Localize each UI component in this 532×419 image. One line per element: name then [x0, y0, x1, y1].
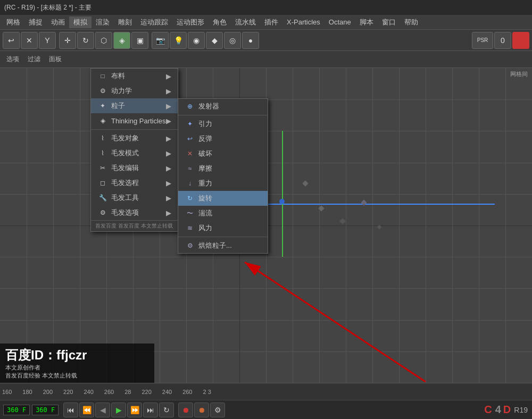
submenu-arrow-dynamics: ▶	[166, 87, 171, 95]
menu-item-thinking[interactable]: ◈ Thinking Particles ▶	[91, 113, 178, 128]
toolbar-btn-x[interactable]: ✕	[21, 32, 38, 49]
frame-total[interactable]: 360 F	[32, 405, 59, 415]
menu-animate[interactable]: 动画	[47, 16, 69, 28]
tick-180: 180	[22, 389, 32, 395]
menu-xparticles[interactable]: X-Particles	[282, 17, 325, 27]
menu-mograph[interactable]: 运动图形	[172, 16, 209, 28]
submenu-arrow-hairobj: ▶	[166, 135, 171, 143]
toolbar2-filter[interactable]: 过滤	[23, 54, 45, 65]
toolbar2-select[interactable]: 选项	[2, 54, 23, 65]
menu-item-particles[interactable]: ✦ 粒子 ▶	[91, 98, 178, 113]
tick-200: 200	[43, 389, 53, 395]
menu-item-hairopt[interactable]: ⚙ 毛发选项 ▶	[91, 205, 178, 220]
timeline: 160 180 200 220 240 260 28 220 240 260 2…	[0, 383, 532, 400]
toolbar-btn-camera[interactable]: 📷	[152, 32, 169, 49]
menu-simulate[interactable]: 模拟	[69, 16, 92, 28]
menu-window[interactable]: 窗口	[378, 16, 400, 28]
menu-item-hairedit[interactable]: ✂ 毛发编辑 ▶	[91, 161, 178, 175]
menu-item-hairtool[interactable]: 🔧 毛发工具 ▶	[91, 190, 178, 205]
menu-snap[interactable]: 捕捉	[24, 16, 47, 28]
menu-character[interactable]: 角色	[209, 16, 231, 28]
menu-script[interactable]: 脚本	[355, 16, 378, 28]
menu-motiontrack[interactable]: 运动跟踪	[136, 16, 172, 28]
menu-item-hairobj[interactable]: ⌇ 毛发对象 ▶	[91, 131, 178, 146]
bottom-controls: 360 F 360 F ⏮ ⏪ ◀ ▶ ⏩ ⏭ ↻ ⏺ ⏺ ⚙ C 4 D R1…	[0, 400, 532, 419]
menu-sculpt[interactable]: 雕刻	[114, 16, 136, 28]
toolbar-btn-obj3[interactable]: ◎	[224, 32, 241, 49]
toolbar2-panel[interactable]: 面板	[45, 54, 66, 65]
toolbar-btn-move[interactable]: ✛	[59, 32, 76, 49]
toolbar-btn-obj1[interactable]: ◉	[188, 32, 205, 49]
toolbar-btn-obj2[interactable]: ◆	[206, 32, 223, 49]
submenu-bake[interactable]: ⚙ 烘焙粒子...	[178, 238, 268, 253]
toolbar-btn-y[interactable]: Y	[39, 32, 56, 49]
playback-play[interactable]: ▶	[111, 403, 126, 417]
submenu-attractor[interactable]: ✦ 引力	[178, 116, 268, 131]
playback-play-back[interactable]: ◀	[95, 403, 110, 417]
toolbar-btn-0[interactable]: 0	[494, 32, 511, 49]
menu-render[interactable]: 渲染	[92, 16, 114, 28]
toolbar-btn-live[interactable]: ▣	[131, 32, 148, 49]
dynamics-icon: ⚙	[97, 86, 108, 96]
toolbar-btn-obj4[interactable]: ●	[242, 32, 259, 49]
playback-loop[interactable]: ↻	[159, 403, 174, 417]
menu-octane[interactable]: Octane	[325, 17, 355, 27]
submenu-arrow-particles: ▶	[166, 102, 171, 110]
version: R19	[512, 406, 530, 414]
submenu-turbulence[interactable]: 〜 湍流	[178, 206, 268, 221]
frame-current[interactable]: 360 F	[3, 405, 30, 415]
toolbar-btn-select[interactable]: ◈	[113, 32, 130, 49]
menu-item-dynamics[interactable]: ⚙ 动力学 ▶	[91, 83, 178, 98]
submenu-sep1	[178, 115, 268, 115]
viewport-grid[interactable]: 网格间 百度ID：ffjczr 百度ID：ffjczr 本文原创作者 首发百度经…	[0, 68, 532, 383]
menu-item-hairsel[interactable]: ◻ 毛发选程 ▶	[91, 175, 178, 190]
hairobj-icon: ⌇	[97, 133, 108, 144]
toolbar-btn-red[interactable]	[512, 32, 529, 49]
title-bar: (RC - R19) - [未标题 2 *] - 主要	[0, 0, 532, 15]
submenu-deflector[interactable]: ↩ 反弹	[178, 131, 268, 146]
toolbar: ↩ ✕ Y ✛ ↻ ⬡ ◈ ▣ 📷 💡 ◉ ◆ ◎ ● PSR 0	[0, 30, 532, 51]
secondary-toolbar: 选项 过滤 面板	[0, 51, 532, 68]
particles-icon: ✦	[97, 100, 108, 111]
toolbar-btn-psr[interactable]: PSR	[472, 32, 493, 49]
hairtool-icon: 🔧	[97, 192, 108, 203]
toolbar-btn-rotate[interactable]: ↻	[77, 32, 94, 49]
submenu-arrow-hairopt: ▶	[166, 209, 171, 217]
playback-next[interactable]: ⏩	[127, 403, 142, 417]
ctrl-settings[interactable]: ⚙	[210, 403, 225, 417]
menu-pipeline[interactable]: 流水线	[231, 16, 260, 28]
toolbar-btn-light[interactable]: 💡	[170, 32, 187, 49]
submenu-emitter[interactable]: ⊕ 发射器	[178, 99, 268, 114]
menu-plugin[interactable]: 插件	[260, 16, 282, 28]
menu-help[interactable]: 帮助	[400, 16, 422, 28]
cloth-icon: □	[97, 71, 108, 81]
viewport-area: 网格间 百度ID：ffjczr 百度ID：ffjczr 本文原创作者 首发百度经…	[0, 68, 532, 383]
playback-end[interactable]: ⏭	[143, 403, 158, 417]
submenu-destructor[interactable]: ✕ 破坏	[178, 146, 268, 161]
playback-start[interactable]: ⏮	[63, 403, 78, 417]
bottom-watermark: 百度ID：ffjczr 本文原创作者 首发百度经验 本文禁止转载	[0, 343, 154, 383]
tick-260b: 260	[182, 389, 192, 395]
origin-dot	[279, 199, 285, 204]
submenu-gravity[interactable]: ↓ 重力	[178, 176, 268, 191]
toolbar-btn-undo[interactable]: ↩	[3, 32, 20, 49]
submenu-wind[interactable]: ≋ 风力	[178, 221, 268, 236]
watermark-line1: 本文原创作者	[5, 364, 149, 372]
submenu-arrow-hairmode: ▶	[166, 149, 171, 157]
menu-footer: 首发百度 首发百度 本文禁止转载	[91, 220, 178, 231]
logo-d: D	[502, 404, 512, 416]
menu-separator-1	[91, 129, 178, 130]
menu-item-cloth[interactable]: □ 布料 ▶	[91, 69, 178, 83]
tick-28: 28	[124, 389, 131, 395]
toolbar-btn-scale[interactable]: ⬡	[95, 32, 112, 49]
menu-item-hairmode[interactable]: ⌇ 毛发模式 ▶	[91, 146, 178, 161]
playback-prev[interactable]: ⏪	[79, 403, 94, 417]
hairmode-icon: ⌇	[97, 148, 108, 158]
submenu-friction[interactable]: ≈ 摩擦	[178, 161, 268, 176]
submenu-sep2	[178, 237, 268, 237]
emitter-icon: ⊕	[185, 101, 195, 112]
record-btn[interactable]: ⏺	[178, 403, 193, 417]
menu-grid[interactable]: 网格	[2, 16, 24, 28]
submenu-rotation[interactable]: ↻ 旋转	[178, 191, 268, 206]
record-btn2[interactable]: ⏺	[194, 403, 209, 417]
